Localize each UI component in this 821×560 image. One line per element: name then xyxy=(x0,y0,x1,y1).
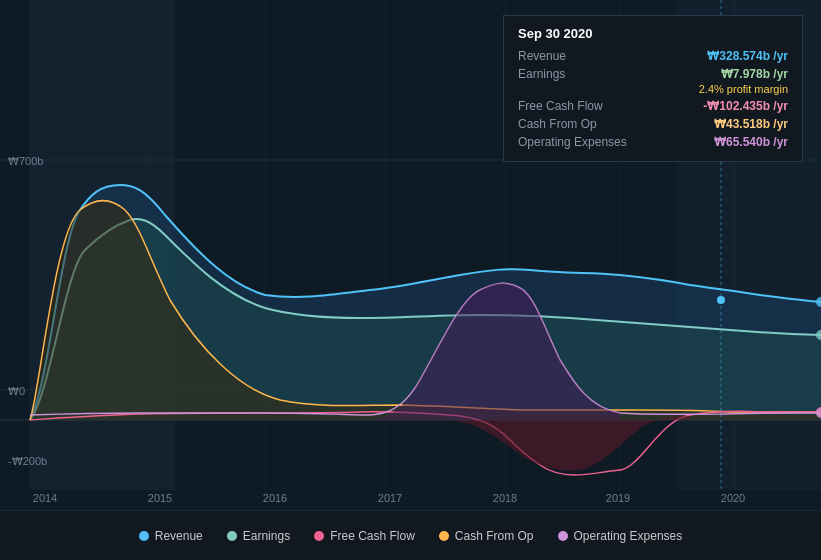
tooltip-revenue-row: Revenue ₩328.574b /yr xyxy=(518,47,788,65)
svg-point-14 xyxy=(717,296,725,304)
x-label-2014: 2014 xyxy=(33,492,57,504)
legend-label-opex: Operating Expenses xyxy=(574,529,683,543)
y-label-top: ₩700b xyxy=(8,155,43,168)
legend-label-fcf: Free Cash Flow xyxy=(330,529,415,543)
x-label-2015: 2015 xyxy=(148,492,172,504)
legend-item-earnings[interactable]: Earnings xyxy=(227,529,290,543)
tooltip-earnings-label: Earnings xyxy=(518,67,565,81)
tooltip-card: Sep 30 2020 Revenue ₩328.574b /yr Earnin… xyxy=(503,15,803,162)
legend-item-revenue[interactable]: Revenue xyxy=(139,529,203,543)
x-label-2016: 2016 xyxy=(263,492,287,504)
tooltip-earnings-value: ₩7.978b /yr xyxy=(721,67,788,81)
legend-dot-revenue xyxy=(139,531,149,541)
legend-label-earnings: Earnings xyxy=(243,529,290,543)
legend-dot-opex xyxy=(558,531,568,541)
legend-bar: Revenue Earnings Free Cash Flow Cash Fro… xyxy=(0,510,821,560)
legend-item-cashop[interactable]: Cash From Op xyxy=(439,529,534,543)
tooltip-fcf-label: Free Cash Flow xyxy=(518,99,603,113)
x-label-2019: 2019 xyxy=(606,492,630,504)
legend-dot-earnings xyxy=(227,531,237,541)
y-label-bot: -₩200b xyxy=(8,455,47,468)
tooltip-cashop-label: Cash From Op xyxy=(518,117,597,131)
tooltip-fcf-row: Free Cash Flow -₩102.435b /yr xyxy=(518,97,788,115)
x-label-2017: 2017 xyxy=(378,492,402,504)
legend-label-cashop: Cash From Op xyxy=(455,529,534,543)
legend-item-opex[interactable]: Operating Expenses xyxy=(558,529,683,543)
tooltip-date: Sep 30 2020 xyxy=(518,26,788,41)
tooltip-cashop-row: Cash From Op ₩43.518b /yr xyxy=(518,115,788,133)
x-axis: 2014 2015 2016 2017 2018 2019 2020 xyxy=(0,486,821,510)
tooltip-opex-label: Operating Expenses xyxy=(518,135,627,149)
tooltip-revenue-value: ₩328.574b /yr xyxy=(707,49,788,63)
legend-item-fcf[interactable]: Free Cash Flow xyxy=(314,529,415,543)
tooltip-opex-row: Operating Expenses ₩65.540b /yr xyxy=(518,133,788,151)
tooltip-revenue-label: Revenue xyxy=(518,49,566,63)
tooltip-fcf-value: -₩102.435b /yr xyxy=(703,99,788,113)
y-label-mid: ₩0 xyxy=(8,385,25,398)
tooltip-cashop-value: ₩43.518b /yr xyxy=(714,117,788,131)
tooltip-earnings-row: Earnings ₩7.978b /yr xyxy=(518,65,788,83)
tooltip-opex-value: ₩65.540b /yr xyxy=(714,135,788,149)
x-label-2020: 2020 xyxy=(721,492,745,504)
legend-dot-cashop xyxy=(439,531,449,541)
tooltip-profit-margin: 2.4% profit margin xyxy=(518,83,788,97)
legend-dot-fcf xyxy=(314,531,324,541)
legend-label-revenue: Revenue xyxy=(155,529,203,543)
x-label-2018: 2018 xyxy=(493,492,517,504)
